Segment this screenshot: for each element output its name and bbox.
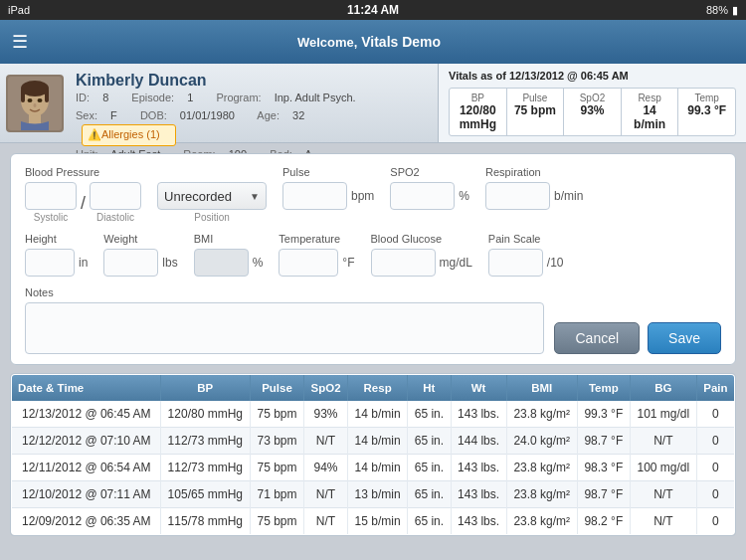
table-cell: 112/73 mmHg <box>160 428 250 455</box>
table-cell: N/T <box>630 428 696 455</box>
status-device: iPad <box>8 4 30 16</box>
spo2-suffix: % <box>459 189 469 203</box>
notes-textarea[interactable] <box>25 302 544 354</box>
form-group-bg: Blood Glucose mg/dL <box>371 233 472 277</box>
menu-icon[interactable]: ☰ <box>12 31 28 53</box>
table-cell: 14 b/min <box>348 428 408 455</box>
table-cell: 23.8 kg/m² <box>506 401 577 428</box>
table-cell: 12/10/2012 @ 07:11 AM <box>12 481 161 508</box>
status-battery: 88% ▮ <box>706 4 738 17</box>
table-cell: 73 bpm <box>250 428 303 455</box>
diastolic-input[interactable] <box>90 182 141 210</box>
table-cell: 99.3 °F <box>577 401 630 428</box>
pain-suffix: /10 <box>547 256 564 270</box>
svg-point-6 <box>28 98 33 102</box>
vital-pulse: Pulse 75 bpm <box>507 89 565 135</box>
table-row: 12/09/2012 @ 06:35 AM115/78 mmHg75 bpmN/… <box>12 508 735 535</box>
table-cell: N/T <box>630 508 696 535</box>
table-cell: 75 bpm <box>250 508 303 535</box>
systolic-input[interactable] <box>25 182 77 210</box>
bmi-input <box>194 249 249 277</box>
bp-slash-icon: / <box>81 193 86 214</box>
nav-bar: ☰ Welcome, Vitals Demo <box>0 20 746 64</box>
table-header-cell: Wt <box>451 375 506 402</box>
table-cell: 23.8 kg/m² <box>506 508 577 535</box>
cancel-button[interactable]: Cancel <box>554 322 640 354</box>
save-button[interactable]: Save <box>648 322 721 354</box>
table-header-cell: BG <box>630 375 696 402</box>
table-cell: 12/09/2012 @ 06:35 AM <box>12 508 161 535</box>
form-row-1: Blood Pressure Systolic / Diastolic ‍ <box>25 166 721 223</box>
weight-label: Weight <box>103 233 177 245</box>
table-header-cell: SpO2 <box>304 375 348 402</box>
vitals-grid: BP 120/80 mmHg Pulse 75 bpm SpO2 93% Res… <box>449 88 736 136</box>
pulse-input-group: bpm <box>282 182 374 210</box>
table-header: Date & TimeBPPulseSpO2RespHtWtBMITempBGP… <box>12 375 735 402</box>
table-cell: N/T <box>630 481 696 508</box>
form-group-pulse: Pulse bpm <box>282 166 374 210</box>
table-cell: 143 lbs. <box>451 481 506 508</box>
table-cell: 143 lbs. <box>451 508 506 535</box>
status-time: 11:24 AM <box>347 3 399 17</box>
pain-input[interactable] <box>488 249 543 277</box>
table-header-cell: Temp <box>577 375 630 402</box>
table-cell: 98.3 °F <box>577 455 630 481</box>
table-cell: 98.7 °F <box>577 428 630 455</box>
table-row: 12/11/2012 @ 06:54 AM112/73 mmHg75 bpm94… <box>12 455 735 481</box>
position-label: Position <box>194 212 230 223</box>
table-cell: 14 b/min <box>348 401 408 428</box>
notes-section: Notes Cancel Save <box>25 286 721 354</box>
table-header-cell: Date & Time <box>12 375 161 402</box>
bg-input[interactable] <box>371 249 436 277</box>
position-dropdown[interactable]: Unrecorded Standing Sitting Lying <box>164 189 246 204</box>
vital-spo2: SpO2 93% <box>564 89 622 135</box>
table-cell: N/T <box>304 481 348 508</box>
table-cell: 65 in. <box>408 428 451 455</box>
main-content: Blood Pressure Systolic / Diastolic ‍ <box>0 143 746 560</box>
spo2-input[interactable] <box>390 182 455 210</box>
table-cell: 13 b/min <box>348 481 408 508</box>
form-buttons: Cancel Save <box>554 322 721 354</box>
pulse-label: Pulse <box>282 166 374 178</box>
temp-input[interactable] <box>279 249 338 277</box>
table-row: 12/12/2012 @ 07:10 AM112/73 mmHg73 bpmN/… <box>12 428 735 455</box>
vital-resp: Resp 14 b/min <box>622 89 679 135</box>
height-input[interactable] <box>25 249 75 277</box>
svg-point-3 <box>21 81 49 96</box>
vital-temp: Temp 99.3 °F <box>678 89 735 135</box>
resp-input[interactable] <box>485 182 550 210</box>
temp-suffix: °F <box>342 256 354 270</box>
table-body: 12/13/2012 @ 06:45 AM120/80 mmHg75 bpm93… <box>12 401 735 535</box>
vitals-summary-title: Vitals as of 12/13/2012 @ 06:45 AM <box>449 70 736 82</box>
table-cell: 0 <box>696 481 734 508</box>
table-cell: 101 mg/dl <box>630 401 696 428</box>
table-cell: 75 bpm <box>250 455 303 481</box>
status-bar: iPad 11:24 AM 88% ▮ <box>0 0 746 20</box>
bg-suffix: mg/dL <box>440 256 472 270</box>
table-row: 12/10/2012 @ 07:11 AM105/65 mmHg71 bpmN/… <box>12 481 735 508</box>
weight-input[interactable] <box>103 249 158 277</box>
table-cell: 94% <box>304 455 348 481</box>
table-cell: 23.8 kg/m² <box>506 455 577 481</box>
temp-label: Temperature <box>279 233 354 245</box>
position-select[interactable]: Unrecorded Standing Sitting Lying ▼ <box>157 182 267 210</box>
table-cell: 100 mg/dl <box>630 455 696 481</box>
patient-details-row2: Sex: F DOB: 01/01/1980 Age: 32 ⚠️ Allerg… <box>76 107 432 146</box>
weight-suffix: lbs <box>162 256 177 270</box>
table-cell: N/T <box>304 508 348 535</box>
table-cell: 143 lbs. <box>451 401 506 428</box>
table-cell: 14 b/min <box>348 455 408 481</box>
vital-bp: BP 120/80 mmHg <box>450 89 507 135</box>
svg-point-8 <box>34 103 37 107</box>
table-header-cell: Ht <box>408 375 451 402</box>
bmi-label: BMI <box>194 233 264 245</box>
table-cell: 93% <box>304 401 348 428</box>
form-group-position: ‍ Unrecorded Standing Sitting Lying ▼ Po… <box>157 166 267 223</box>
table-cell: 65 in. <box>408 481 451 508</box>
pulse-input[interactable] <box>282 182 347 210</box>
allergy-badge[interactable]: ⚠️ Allergies (1) <box>82 124 176 146</box>
avatar <box>6 75 64 132</box>
pain-label: Pain Scale <box>488 233 564 245</box>
table-cell: 75 bpm <box>250 401 303 428</box>
resp-label: Respiration <box>485 166 583 178</box>
